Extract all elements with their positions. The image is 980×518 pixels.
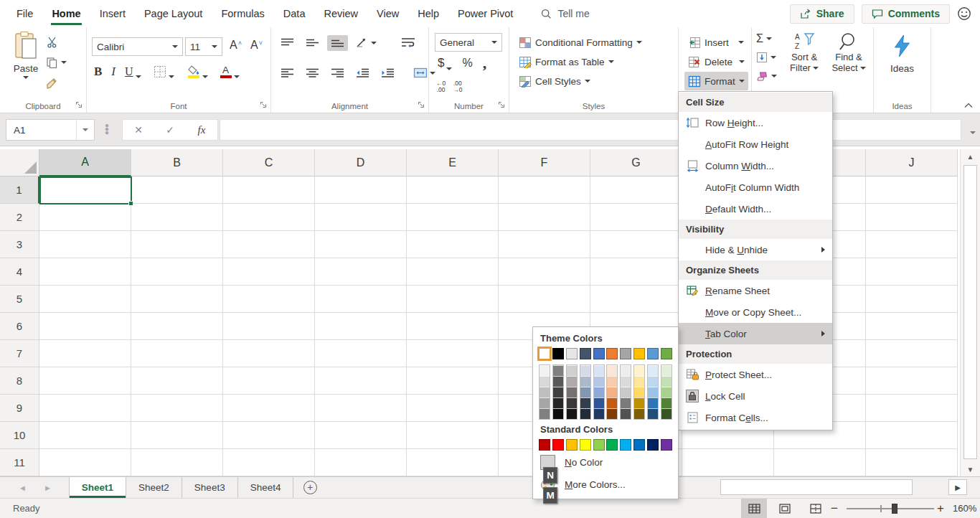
select-all-button[interactable]: [0, 149, 39, 176]
name-box[interactable]: A1: [6, 119, 95, 141]
cell-d5[interactable]: [315, 286, 407, 313]
delete-cells-button[interactable]: Delete: [684, 52, 748, 71]
sort-filter-button[interactable]: AZ Sort & Filter: [783, 32, 825, 73]
theme-variant-333f50[interactable]: [580, 397, 590, 408]
cell-g3[interactable]: [590, 231, 682, 258]
cell-a5[interactable]: [39, 286, 131, 313]
formula-bar-splitter[interactable]: ●●●: [105, 123, 109, 134]
cell-j6[interactable]: [866, 313, 958, 340]
column-header-c[interactable]: C: [223, 149, 315, 176]
theme-variant-385623[interactable]: [661, 408, 672, 419]
insert-function-icon[interactable]: fx: [186, 124, 217, 136]
tell-me-box[interactable]: Tell me: [541, 8, 589, 19]
cell-g2[interactable]: [590, 204, 682, 231]
column-header-b[interactable]: B: [131, 149, 223, 176]
cell-a9[interactable]: [39, 395, 131, 422]
theme-variant-222b35[interactable]: [580, 408, 590, 419]
cell-f5[interactable]: [499, 286, 590, 313]
zoom-in-icon[interactable]: +: [937, 499, 944, 518]
font-dialog-launcher-icon[interactable]: [260, 101, 268, 109]
insert-cells-button[interactable]: Insert: [684, 33, 748, 52]
cell-e11[interactable]: [407, 449, 499, 476]
theme-variant-404040[interactable]: [553, 387, 563, 397]
cell-d10[interactable]: [315, 422, 407, 449]
cell-d1[interactable]: [315, 176, 407, 204]
tab-home[interactable]: Home: [42, 0, 90, 27]
number-format-combo[interactable]: General: [435, 33, 502, 52]
theme-variant-833c00[interactable]: [607, 408, 617, 419]
cell-e8[interactable]: [407, 367, 499, 395]
sheet-scroll-right-icon[interactable]: ►: [44, 484, 52, 492]
theme-variant-7b7b7b[interactable]: [621, 397, 631, 408]
number-dialog-launcher-icon[interactable]: [498, 101, 506, 109]
cell-e5[interactable]: [407, 286, 499, 313]
row-header-4[interactable]: 4: [0, 258, 39, 286]
cell-d8[interactable]: [315, 367, 407, 395]
cell-j2[interactable]: [866, 204, 958, 231]
align-bottom-button[interactable]: [327, 35, 348, 51]
cell-e7[interactable]: [407, 340, 499, 367]
cell-f2[interactable]: [499, 204, 590, 231]
cell-c6[interactable]: [223, 313, 315, 340]
cell-d7[interactable]: [315, 340, 407, 367]
horizontal-scrollbar-thumb[interactable]: [720, 479, 913, 495]
theme-variant-bf9000[interactable]: [634, 397, 644, 408]
zoom-slider-track[interactable]: [847, 508, 934, 509]
row-header-3[interactable]: 3: [0, 231, 39, 258]
row-header-7[interactable]: 7: [0, 340, 39, 367]
tab-insert[interactable]: Insert: [90, 0, 135, 27]
fill-button[interactable]: [756, 50, 777, 65]
grow-font-button[interactable]: A˄: [230, 39, 242, 52]
percent-button[interactable]: %: [462, 57, 472, 70]
bold-button[interactable]: B: [94, 65, 102, 79]
cell-j7[interactable]: [866, 340, 958, 367]
menu-item-autofit-row-height[interactable]: AutoFit Row Height: [679, 133, 832, 155]
cell-b2[interactable]: [131, 204, 223, 231]
theme-color-ffc000[interactable]: [633, 348, 645, 359]
theme-variant-757171[interactable]: [567, 387, 577, 397]
column-header-j[interactable]: J: [866, 149, 958, 176]
page-layout-view-button[interactable]: [772, 499, 798, 518]
cell-b3[interactable]: [131, 231, 223, 258]
increase-decimal-button[interactable]: ←0 .00: [436, 80, 446, 93]
cell-e3[interactable]: [407, 231, 499, 258]
cell-a4[interactable]: [39, 258, 131, 286]
theme-variant-ffe599[interactable]: [634, 376, 644, 387]
decrease-decimal-button[interactable]: .00 →0: [453, 80, 462, 93]
tab-view[interactable]: View: [367, 0, 408, 27]
horizontal-scroll-right-icon[interactable]: ▶: [948, 479, 967, 495]
theme-variant-0d0d0d[interactable]: [553, 408, 563, 419]
collapse-ribbon-icon[interactable]: [964, 103, 973, 108]
cell-d3[interactable]: [315, 231, 407, 258]
theme-variant-a6a6a6[interactable]: [540, 397, 550, 408]
theme-variant-dbdbdb[interactable]: [621, 376, 631, 387]
format-painter-button[interactable]: [46, 76, 67, 90]
menu-item-tab-color[interactable]: Tab Color: [679, 323, 832, 344]
column-header-f[interactable]: F: [499, 149, 590, 176]
scroll-down-icon[interactable]: ▼: [961, 462, 980, 476]
cell-e9[interactable]: [407, 395, 499, 422]
tab-formulas[interactable]: Formulas: [212, 0, 273, 27]
cell-a2[interactable]: [39, 204, 131, 231]
cell-j5[interactable]: [866, 286, 958, 313]
cell-g5[interactable]: [590, 286, 682, 313]
column-header-e[interactable]: E: [407, 149, 499, 176]
zoom-level[interactable]: 160%: [953, 499, 976, 518]
standard-color-00b050[interactable]: [606, 439, 618, 451]
increase-indent-button[interactable]: [377, 65, 398, 81]
standard-color-c00000[interactable]: [539, 439, 550, 451]
theme-variant-b4c7e7[interactable]: [594, 376, 604, 387]
theme-color-70ad47[interactable]: [661, 348, 672, 359]
theme-variant-c55a11[interactable]: [607, 397, 617, 408]
standard-color-92d050[interactable]: [593, 439, 605, 451]
theme-variant-c5e0b4[interactable]: [661, 376, 672, 387]
theme-variant-deebf7[interactable]: [648, 365, 658, 376]
column-header-a[interactable]: A: [39, 149, 131, 176]
formula-input[interactable]: [220, 119, 961, 141]
cell-a8[interactable]: [39, 367, 131, 395]
theme-variant-ededed[interactable]: [621, 365, 631, 376]
find-select-button[interactable]: Find & Select: [828, 32, 870, 73]
sheet-tab-sheet2[interactable]: Sheet2: [126, 477, 182, 498]
sheet-tab-sheet4[interactable]: Sheet4: [238, 477, 294, 498]
cell-e10[interactable]: [407, 422, 499, 449]
